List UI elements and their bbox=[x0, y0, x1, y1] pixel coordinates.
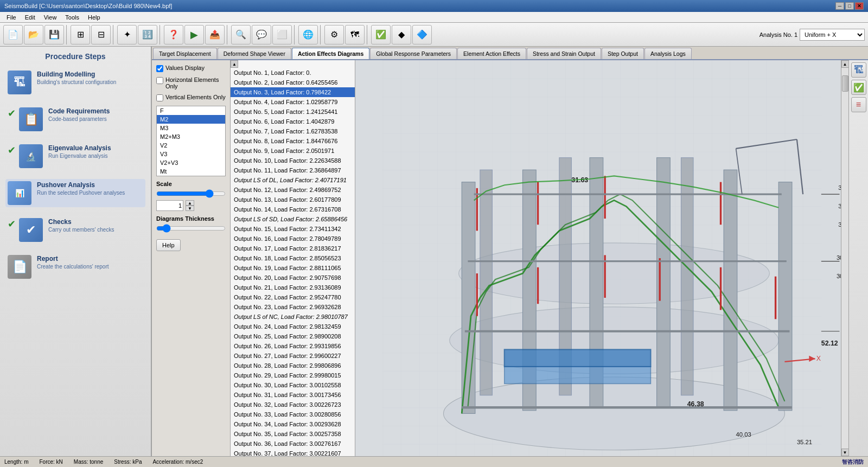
element-mt[interactable]: Mt bbox=[157, 167, 225, 176]
output-item-25[interactable]: Output No. 25, Load Factor: 2.98900208 bbox=[231, 331, 355, 341]
output-item-20[interactable]: Output No. 20, Load Factor: 2.90757698 bbox=[231, 273, 355, 283]
tab-element-action[interactable]: Element Action Effects bbox=[457, 48, 526, 59]
element-v2v3[interactable]: V2+V3 bbox=[157, 158, 225, 167]
geo-button[interactable]: 🗺 bbox=[345, 25, 365, 44]
output-item-2[interactable]: Output No. 2, Load Factor: 0.64255456 bbox=[231, 78, 355, 87]
element-v3[interactable]: V3 bbox=[157, 150, 225, 158]
output-item-21[interactable]: Output No. 21, Load Factor: 2.93136089 bbox=[231, 283, 355, 292]
output-item-3[interactable]: Output No. 3, Load Factor: 0.798422 bbox=[231, 87, 355, 97]
tab-analysis-logs[interactable]: Analysis Logs bbox=[644, 48, 692, 59]
output-item-28[interactable]: Output No. 28, Load Factor: 2.99806896 bbox=[231, 361, 355, 370]
element-v2[interactable]: V2 bbox=[157, 141, 225, 150]
output-item-15[interactable]: Output No. 15, Load Factor: 2.73411342 bbox=[231, 224, 355, 234]
check-button[interactable]: ✅ bbox=[371, 25, 391, 44]
horizontal-only-checkbox[interactable] bbox=[156, 77, 163, 84]
run-button[interactable]: ▶ bbox=[184, 25, 204, 44]
sidebar-item-report[interactable]: 📄 Report Create the calculations' report bbox=[5, 253, 145, 281]
help-question-button[interactable]: ❓ bbox=[164, 25, 183, 44]
diamond-button[interactable]: ◆ bbox=[392, 25, 411, 44]
output-item-5[interactable]: Output No. 5, Load Factor: 1.24125441 bbox=[231, 107, 355, 117]
output-item-ls-dl[interactable]: Output LS of DL, Load Factor: 2.40717191 bbox=[231, 175, 355, 185]
scale-down-btn[interactable]: ▼ bbox=[186, 206, 194, 211]
menu-edit[interactable]: Edit bbox=[21, 13, 40, 22]
thickness-slider[interactable] bbox=[156, 224, 226, 233]
output-item-26[interactable]: Output No. 26, Load Factor: 2.99319856 bbox=[231, 341, 355, 351]
output-item-23[interactable]: Output No. 23, Load Factor: 2.96932628 bbox=[231, 302, 355, 312]
open-button[interactable]: 📂 bbox=[24, 25, 43, 44]
output-item-32[interactable]: Output No. 32, Load Factor: 3.00226723 bbox=[231, 400, 355, 410]
help-button[interactable]: Help bbox=[156, 239, 181, 251]
menu-file[interactable]: File bbox=[2, 13, 21, 22]
element-f[interactable]: F bbox=[157, 106, 225, 115]
output-item-12[interactable]: Output No. 12, Load Factor: 2.49869752 bbox=[231, 185, 355, 195]
output-item-11[interactable]: Output No. 11, Load Factor: 2.36864897 bbox=[231, 165, 355, 175]
layout2-button[interactable]: ⊟ bbox=[91, 25, 111, 44]
output-item-8[interactable]: Output No. 8, Load Factor: 1.84476676 bbox=[231, 136, 355, 146]
menu-help[interactable]: Help bbox=[84, 13, 105, 22]
tab-action-effects[interactable]: Action Effects Diagrams bbox=[292, 48, 369, 59]
output-item-6[interactable]: Output No. 6, Load Factor: 1.4042879 bbox=[231, 117, 355, 126]
minimize-btn[interactable]: ─ bbox=[835, 2, 844, 10]
output-item-10[interactable]: Output No. 10, Load Factor: 2.22634588 bbox=[231, 156, 355, 165]
output-item-7[interactable]: Output No. 7, Load Factor: 1.62783538 bbox=[231, 126, 355, 136]
output-scroll-up[interactable]: ▲ bbox=[231, 60, 238, 68]
export-button[interactable]: 📤 bbox=[205, 25, 225, 44]
view-scrollbar[interactable]: ▲ ▼ bbox=[841, 60, 848, 456]
output-item-9[interactable]: Output No. 9, Load Factor: 2.0501971 bbox=[231, 146, 355, 156]
gear-button[interactable]: ⚙ bbox=[324, 25, 344, 44]
scale-up-btn[interactable]: ▲ bbox=[186, 200, 194, 206]
output-item-ls-nc[interactable]: Output LS of NC, Load Factor: 2.98010787 bbox=[231, 312, 355, 322]
calc-button[interactable]: 🔢 bbox=[138, 25, 157, 44]
tab-target-displacement[interactable]: Target Displacement bbox=[153, 48, 217, 59]
tab-global-response[interactable]: Global Response Parameters bbox=[370, 48, 457, 59]
tab-stress-strain[interactable]: Stress and Strain Output bbox=[527, 48, 601, 59]
output-item-37[interactable]: Output No. 37, Load Factor: 3.00221607 bbox=[231, 449, 355, 456]
analysis-dropdown[interactable]: Uniform + X Uniform - X Modal + X Modal … bbox=[800, 29, 865, 41]
output-item-30[interactable]: Output No. 30, Load Factor: 3.00102558 bbox=[231, 380, 355, 390]
sidebar-item-eigenvalue-analysis[interactable]: ✔ 🔬 Eigenvalue Analysis Run Eigenvalue a… bbox=[5, 142, 145, 170]
sidebar-item-building-modelling[interactable]: 🏗 Building Modelling Building's structur… bbox=[5, 68, 145, 97]
element-m2[interactable]: M2 bbox=[157, 115, 225, 124]
menu-view[interactable]: View bbox=[40, 13, 61, 22]
view3d-button[interactable]: ⬜ bbox=[272, 25, 292, 44]
scale-input[interactable] bbox=[156, 200, 183, 211]
output-item-24[interactable]: Output No. 24, Load Factor: 2.98132459 bbox=[231, 322, 355, 331]
menu-tools[interactable]: Tools bbox=[61, 13, 84, 22]
right-btn-check[interactable]: ✅ bbox=[851, 80, 866, 95]
output-item-35[interactable]: Output No. 35, Load Factor: 3.00257358 bbox=[231, 429, 355, 439]
output-item-31[interactable]: Output No. 31, Load Factor: 3.00173456 bbox=[231, 390, 355, 400]
diamond2-button[interactable]: 🔷 bbox=[412, 25, 432, 44]
output-item-17[interactable]: Output No. 17, Load Factor: 2.81836217 bbox=[231, 244, 355, 253]
element-m2m3[interactable]: M2+M3 bbox=[157, 132, 225, 141]
scroll-up-arrow[interactable]: ▲ bbox=[841, 60, 849, 68]
right-btn-3d[interactable]: 🏗 bbox=[851, 62, 866, 78]
zoom-button[interactable]: 🔍 bbox=[231, 25, 251, 44]
output-item-ls-sd[interactable]: Output LS of SD, Load Factor: 2.65886456 bbox=[231, 214, 355, 224]
scale-slider[interactable] bbox=[156, 189, 226, 198]
sidebar-item-pushover-analysis[interactable]: 📊 Pushover Analysis Run the selected Pus… bbox=[5, 179, 145, 207]
title-controls[interactable]: ─ □ ✕ bbox=[835, 2, 864, 10]
output-item-34[interactable]: Output No. 34, Load Factor: 3.00293628 bbox=[231, 419, 355, 429]
output-list[interactable]: ▲ Output No. 1, Load Factor: 0. Output N… bbox=[231, 60, 355, 456]
output-item-29[interactable]: Output No. 29, Load Factor: 2.99980015 bbox=[231, 370, 355, 380]
scrollbar-thumb[interactable] bbox=[842, 75, 848, 92]
vertical-only-checkbox[interactable] bbox=[156, 94, 163, 101]
output-item-14[interactable]: Output No. 14, Load Factor: 2.67316708 bbox=[231, 204, 355, 214]
tab-step-output[interactable]: Step Output bbox=[602, 48, 644, 59]
output-item-33[interactable]: Output No. 33, Load Factor: 3.00280856 bbox=[231, 410, 355, 419]
close-btn[interactable]: ✕ bbox=[855, 2, 864, 10]
sidebar-item-checks[interactable]: ✔ ✔ Checks Carry out members' checks bbox=[5, 216, 145, 244]
values-display-checkbox[interactable] bbox=[156, 65, 163, 72]
right-btn-bars[interactable]: ≡ bbox=[851, 97, 866, 112]
output-item-27[interactable]: Output No. 27, Load Factor: 2.99600227 bbox=[231, 351, 355, 361]
output-item-13[interactable]: Output No. 13, Load Factor: 2.60177809 bbox=[231, 195, 355, 204]
tab-deformed-shape[interactable]: Deformed Shape Viewer bbox=[218, 48, 291, 59]
output-item-16[interactable]: Output No. 16, Load Factor: 2.78049789 bbox=[231, 234, 355, 244]
output-item-36[interactable]: Output No. 36, Load Factor: 3.00276167 bbox=[231, 439, 355, 449]
output-item-19[interactable]: Output No. 19, Load Factor: 2.88111065 bbox=[231, 263, 355, 273]
scroll-down-arrow[interactable]: ▼ bbox=[841, 449, 849, 456]
comment-button[interactable]: 💬 bbox=[252, 25, 271, 44]
element-m3[interactable]: M3 bbox=[157, 124, 225, 132]
globe-button[interactable]: 🌐 bbox=[298, 25, 318, 44]
output-item-1[interactable]: Output No. 1, Load Factor: 0. bbox=[231, 68, 355, 78]
